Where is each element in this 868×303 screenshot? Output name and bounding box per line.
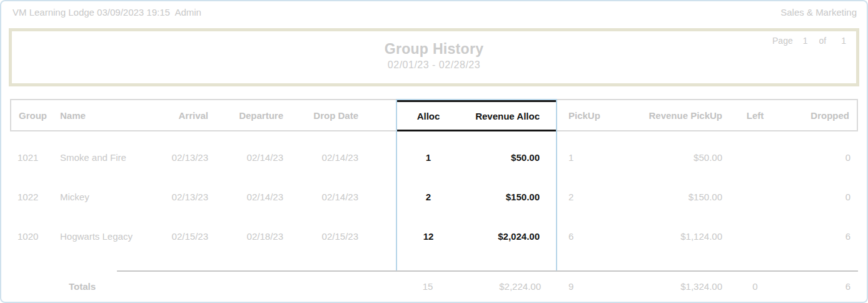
cell-dropped: 0 — [782, 177, 858, 217]
cell-arrival: 02/15/23 — [154, 217, 220, 256]
table-row: 1022Mickey02/13/2302/14/2302/14/232$150.… — [10, 177, 858, 217]
report-date-range: 02/01/23 - 02/28/23 — [12, 59, 856, 71]
cell-revenue-alloc: $2,024.00 — [460, 217, 557, 256]
totals-label: Totals — [54, 272, 154, 301]
highlight-box-bottom-right — [460, 256, 557, 272]
cell-left — [729, 217, 782, 256]
cell-departure: 02/14/23 — [220, 131, 288, 177]
page-number: 1 — [803, 36, 808, 46]
spacer-row — [10, 256, 858, 272]
page-indicator: Page1of1 — [772, 36, 846, 46]
cell-dropped: 6 — [782, 217, 858, 256]
cell-revenue-pickup: $50.00 — [603, 131, 729, 177]
column-header-left: Left — [729, 99, 782, 131]
total-pickup: 9 — [557, 272, 603, 301]
column-gap — [363, 131, 396, 177]
cell-left — [729, 131, 782, 177]
table-row: 1020Hogwarts Legacy02/15/2302/18/2302/15… — [10, 217, 858, 256]
cell-alloc: 2 — [396, 177, 460, 217]
column-header-dropped: Dropped — [782, 99, 858, 131]
property-datetime-user: VM Learning Lodge 03/09/2023 19:15 Admin — [13, 6, 201, 19]
page-of-label: of — [819, 36, 827, 46]
column-header-revenue-pickup: Revenue PickUp — [603, 99, 729, 131]
page-label: Page — [772, 36, 793, 46]
cell-alloc: 12 — [396, 217, 460, 256]
highlight-box-bottom-left — [396, 256, 460, 272]
totals-separator-line — [117, 270, 858, 272]
total-alloc: 15 — [396, 272, 460, 301]
cell-drop-date: 02/14/23 — [288, 131, 363, 177]
cell-name: Mickey — [54, 177, 154, 217]
column-gap — [363, 217, 396, 256]
cell-group: 1022 — [10, 177, 54, 217]
cell-drop-date: 02/15/23 — [288, 217, 363, 256]
total-dropped: 6 — [782, 272, 858, 301]
column-header-arrival: Arrival — [154, 99, 220, 131]
column-header-pickup: PickUp — [557, 99, 603, 131]
column-gap — [363, 99, 396, 131]
report-page: VM Learning Lodge 03/09/2023 19:15 Admin… — [0, 0, 868, 303]
total-revenue-pickup: $1,324.00 — [603, 272, 729, 301]
column-header-name: Name — [54, 99, 154, 131]
cell-name: Smoke and Fire — [54, 131, 154, 177]
cell-pickup: 2 — [557, 177, 603, 217]
totals-row: Totals 15 $2,224.00 9 $1,324.00 0 6 — [10, 272, 858, 301]
cell-departure: 02/18/23 — [220, 217, 288, 256]
department-label: Sales & Marketing — [780, 6, 857, 19]
total-revenue-alloc: $2,224.00 — [460, 272, 557, 301]
cell-arrival: 02/13/23 — [154, 131, 220, 177]
cell-pickup: 6 — [557, 217, 603, 256]
cell-pickup: 1 — [557, 131, 603, 177]
cell-group: 1020 — [10, 217, 54, 256]
cell-name: Hogwarts Legacy — [54, 217, 154, 256]
column-header-group: Group — [10, 99, 54, 131]
table-header-row: Group Name Arrival Departure Drop Date A… — [10, 99, 858, 131]
report-title: Group History — [12, 41, 856, 58]
column-header-departure: Departure — [220, 99, 288, 131]
total-left: 0 — [729, 272, 782, 301]
column-header-alloc-highlighted: Alloc — [396, 99, 460, 131]
column-header-drop-date: Drop Date — [288, 99, 363, 131]
column-header-revenue-alloc-highlighted: Revenue Alloc — [460, 99, 557, 131]
cell-arrival: 02/13/23 — [154, 177, 220, 217]
cell-revenue-alloc: $150.00 — [460, 177, 557, 217]
cell-left — [729, 177, 782, 217]
column-gap — [363, 177, 396, 217]
cell-revenue-pickup: $150.00 — [603, 177, 729, 217]
cell-alloc: 1 — [396, 131, 460, 177]
report-topbar: VM Learning Lodge 03/09/2023 19:15 Admin… — [1, 1, 867, 19]
page-total: 1 — [841, 36, 846, 46]
cell-revenue-alloc: $50.00 — [460, 131, 557, 177]
table-row: 1021Smoke and Fire02/13/2302/14/2302/14/… — [10, 131, 858, 177]
cell-drop-date: 02/14/23 — [288, 177, 363, 217]
report-header-box: Page1of1 Group History 02/01/23 - 02/28/… — [9, 28, 859, 86]
cell-departure: 02/14/23 — [220, 177, 288, 217]
cell-revenue-pickup: $1,124.00 — [603, 217, 729, 256]
cell-dropped: 0 — [782, 131, 858, 177]
group-history-table: Group Name Arrival Departure Drop Date A… — [10, 99, 858, 301]
cell-group: 1021 — [10, 131, 54, 177]
